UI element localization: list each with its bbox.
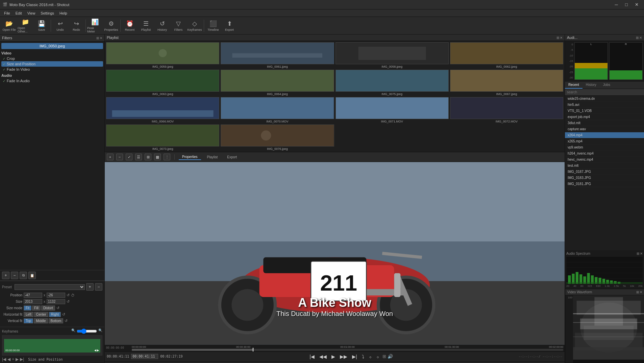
playlist-tab-export[interactable]: Export — [224, 155, 240, 160]
recent-item-5[interactable]: capture.wav — [565, 126, 644, 132]
playlist-view3-button[interactable]: ▦ — [154, 154, 161, 160]
right-panel-expand-icon[interactable]: ⊞ — [636, 36, 639, 40]
recent-item-0[interactable]: wide25-cinema.dv — [565, 96, 644, 102]
preview-play-button[interactable]: ▶ — [330, 353, 337, 360]
playlist-item-0070[interactable]: IMG_0070.MOV — [221, 97, 334, 123]
playlist-item-0075[interactable]: IMG_0075.jpeg — [336, 70, 449, 96]
waveform-expand-icon[interactable]: ⊞ — [636, 290, 639, 294]
export-button[interactable]: ⬆ Export — [222, 18, 237, 33]
properties-button[interactable]: ⚙ Properties — [103, 18, 119, 33]
kf-nav-last[interactable]: ▶| — [20, 357, 24, 362]
recent-item-3[interactable]: export job.mp4 — [565, 114, 644, 120]
preview-skip-start-button[interactable]: |◀ — [308, 353, 316, 360]
playlist-item-0071[interactable]: IMG_0071.MOV — [336, 97, 449, 123]
recent-button[interactable]: ⏰ Recent — [122, 18, 138, 33]
save-button[interactable]: 💾 Save — [34, 18, 49, 33]
history-button[interactable]: ↺ History — [154, 18, 170, 33]
playlist-item-0058[interactable]: IMG_0058.jpeg — [336, 42, 449, 68]
playlist-item-0066[interactable]: IMG_0066.MOV — [106, 97, 219, 123]
playlist-more-button[interactable]: ⋮ — [164, 154, 170, 160]
kf-add[interactable]: + — [12, 357, 14, 362]
filters-expand-icon[interactable]: ⊞ — [96, 36, 99, 40]
right-tab-history[interactable]: History — [583, 82, 600, 89]
filter-crop[interactable]: ✓ Crop — [1, 56, 103, 61]
filter-fade-audio[interactable]: ✓ Fade In Audio — [1, 78, 103, 84]
kf-prev-button[interactable]: ◀ — [94, 349, 96, 352]
preset-add-button[interactable]: + — [86, 283, 94, 291]
filters-button[interactable]: ▽ Filters — [171, 18, 186, 33]
kf-nav-next[interactable]: ▶ — [16, 357, 19, 362]
playlist-item-0063[interactable]: IMG_0063.jpeg — [106, 70, 219, 96]
playlist-item-0064[interactable]: IMG_0064.jpeg — [221, 70, 334, 96]
filter-size-position[interactable]: ✓ Size and Position — [1, 61, 103, 67]
keyframes-zoom-slider[interactable] — [77, 328, 97, 334]
keyframes-button[interactable]: ◇ Keyframes — [187, 18, 202, 33]
playlist-item-0059[interactable]: IMG_0059.jpeg — [106, 42, 219, 68]
size-h-input[interactable] — [47, 299, 65, 304]
preset-select[interactable] — [15, 284, 85, 290]
v-fit-reset-button[interactable]: ↺ — [65, 319, 68, 323]
timeline-toolbar-button[interactable]: ⬛ Timeline — [205, 18, 221, 33]
add-filter-button[interactable]: + — [2, 272, 9, 279]
recent-item-7[interactable]: x265.mp4 — [565, 138, 644, 144]
recent-item-10[interactable]: hevc_nvenc.mp4 — [565, 157, 644, 163]
playlist-item-0076[interactable]: IMG_0076.jpeg — [221, 124, 334, 151]
playlist-button[interactable]: ☰ Playlist — [138, 18, 154, 33]
recent-item-9[interactable]: h264_nvenc.mp4 — [565, 151, 644, 157]
v-fit-top[interactable]: Top — [24, 318, 33, 323]
right-tab-recent[interactable]: Recent — [565, 82, 583, 89]
recent-item-8[interactable]: vp9.webm — [565, 144, 644, 151]
menu-settings[interactable]: Settings — [38, 10, 57, 16]
playlist-grid-view-button[interactable]: ⊞ — [145, 154, 151, 160]
preview-loop-button[interactable]: ⤵ — [361, 353, 366, 360]
position-y-input[interactable] — [47, 293, 65, 298]
open-file-button[interactable]: 📂 Open File — [1, 18, 17, 33]
recent-item-11[interactable]: test.mlt — [565, 163, 644, 169]
spectrum-close-icon[interactable]: ✕ — [640, 252, 643, 255]
playlist-expand-icon[interactable]: ⊞ — [556, 36, 559, 40]
right-panel-close-icon[interactable]: ✕ — [639, 36, 642, 40]
h-fit-reset-button[interactable]: ↺ — [62, 312, 65, 317]
recent-item-1[interactable]: hin5.avi — [565, 102, 644, 108]
preview-prev-frame-button[interactable]: ◀◀ — [318, 353, 328, 360]
undo-button[interactable]: ↩ Undo — [52, 18, 68, 33]
size-mode-reset-button[interactable]: ↺ — [56, 306, 59, 310]
kf-play-button[interactable]: ▶ — [97, 349, 99, 352]
keyframes-zoom-in-icon[interactable]: 🔍 — [98, 328, 102, 334]
v-fit-middle[interactable]: Middle — [34, 318, 48, 323]
kf-nav-first[interactable]: |◀ — [2, 357, 6, 362]
position-reset-button[interactable]: ↺ — [67, 293, 70, 297]
v-fit-bottom[interactable]: Bottom — [49, 318, 64, 323]
recent-item-13[interactable]: IMG_0183.JPG — [565, 175, 644, 181]
playlist-item-0062[interactable]: IMG_0062.jpeg — [450, 42, 563, 68]
kf-nav-prev[interactable]: ◀ — [7, 357, 10, 362]
recent-search-input[interactable] — [565, 89, 644, 96]
recent-item-4[interactable]: 3dlut.mlt — [565, 120, 644, 126]
menu-view[interactable]: View — [25, 10, 38, 16]
menu-help[interactable]: Help — [57, 10, 70, 16]
playlist-item-0073[interactable]: IMG_0073.jpeg — [106, 124, 219, 151]
titlebar-controls[interactable]: ─ □ ✕ — [612, 1, 641, 8]
recent-item-2[interactable]: VTS_01_1.VOB — [565, 108, 644, 114]
size-mode-fit[interactable]: Fit — [24, 305, 31, 311]
position-animate-button[interactable]: ⏱ — [71, 293, 75, 297]
minimize-button[interactable]: ─ — [612, 1, 621, 8]
h-fit-right[interactable]: Right — [49, 312, 61, 317]
preview-time-input[interactable] — [131, 354, 158, 359]
preview-out-point-button[interactable]: ⬦ — [375, 353, 380, 360]
preview-tl-track[interactable] — [132, 349, 563, 351]
playlist-tab-properties[interactable]: Properties — [179, 154, 201, 160]
playlist-ok-button[interactable]: ✓ — [126, 154, 132, 160]
preset-remove-button[interactable]: − — [95, 283, 102, 291]
menu-edit[interactable]: Edit — [13, 10, 25, 16]
waveform-close-icon[interactable]: ✕ — [640, 290, 642, 294]
preview-zoom-icon[interactable]: 🔊 — [388, 354, 393, 359]
paste-filter-button[interactable]: 📋 — [28, 272, 36, 279]
peak-meter-button[interactable]: 📊 Peak Meter — [87, 18, 103, 33]
playlist-add-button[interactable]: + — [107, 154, 114, 160]
keyframes-zoom-out-icon[interactable]: 🔍 — [71, 328, 75, 334]
right-tab-jobs[interactable]: Jobs — [600, 82, 614, 89]
maximize-button[interactable]: □ — [622, 1, 631, 8]
copy-filter-button[interactable]: ⧉ — [20, 272, 27, 279]
recent-item-6[interactable]: x264.mp4 — [565, 132, 644, 138]
